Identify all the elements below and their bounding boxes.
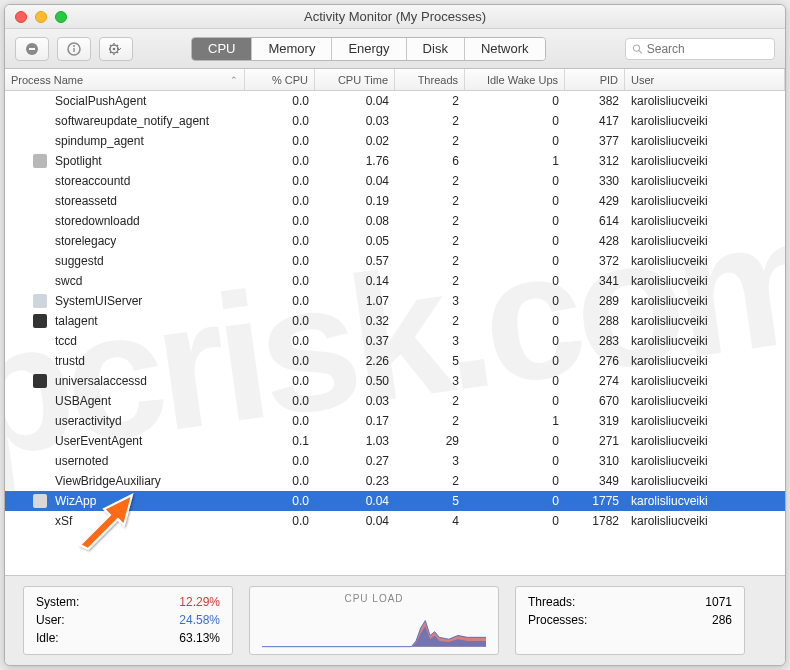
svg-rect-4: [73, 48, 74, 52]
cell-cpu-time: 0.23: [315, 471, 395, 491]
process-name: universalaccessd: [55, 374, 147, 388]
cell-idle: 0: [465, 451, 565, 471]
cell-user: karolisliucveiki: [625, 431, 785, 451]
header-cpu-time[interactable]: CPU Time: [315, 69, 395, 90]
cell-idle: 0: [465, 211, 565, 231]
cell-user: karolisliucveiki: [625, 91, 785, 111]
cell-user: karolisliucveiki: [625, 271, 785, 291]
table-row[interactable]: storedownloadd0.00.0820614karolisliucvei…: [5, 211, 785, 231]
process-name: UserEventAgent: [55, 434, 142, 448]
process-table[interactable]: SocialPushAgent0.00.0420382karolisliucve…: [5, 91, 785, 575]
table-row[interactable]: spindump_agent0.00.0220377karolisliucvei…: [5, 131, 785, 151]
idle-label: Idle:: [36, 629, 59, 647]
cell-pid: 310: [565, 451, 625, 471]
process-icon: [33, 314, 47, 328]
cell-idle: 0: [465, 191, 565, 211]
cell-user: karolisliucveiki: [625, 231, 785, 251]
cell-threads: 2: [395, 131, 465, 151]
table-row[interactable]: useractivityd0.00.1721319karolisliucveik…: [5, 411, 785, 431]
cell-cpu-time: 0.02: [315, 131, 395, 151]
table-row[interactable]: talagent0.00.3220288karolisliucveiki: [5, 311, 785, 331]
cell-threads: 2: [395, 311, 465, 331]
user-value: 24.58%: [179, 611, 220, 629]
cell-user: karolisliucveiki: [625, 471, 785, 491]
header-threads[interactable]: Threads: [395, 69, 465, 90]
cell-pid: 382: [565, 91, 625, 111]
table-row[interactable]: tccd0.00.3730283karolisliucveiki: [5, 331, 785, 351]
cell-user: karolisliucveiki: [625, 371, 785, 391]
titlebar: Activity Monitor (My Processes): [5, 5, 785, 29]
table-row[interactable]: USBAgent0.00.0320670karolisliucveiki: [5, 391, 785, 411]
header-process-name[interactable]: Process Name⌃: [5, 69, 245, 90]
table-row[interactable]: storeaccountd0.00.0420330karolisliucveik…: [5, 171, 785, 191]
cell-idle: 0: [465, 431, 565, 451]
table-row[interactable]: trustd0.02.2650276karolisliucveiki: [5, 351, 785, 371]
process-name: SystemUIServer: [55, 294, 142, 308]
search-field[interactable]: [625, 38, 775, 60]
header-idle-wake-ups[interactable]: Idle Wake Ups: [465, 69, 565, 90]
cell-idle: 0: [465, 91, 565, 111]
cell-cpu-time: 0.03: [315, 111, 395, 131]
options-button[interactable]: [99, 37, 133, 61]
process-icon: [33, 154, 47, 168]
header-user[interactable]: User: [625, 69, 785, 90]
header-pid[interactable]: PID: [565, 69, 625, 90]
cell-cpu-time: 0.14: [315, 271, 395, 291]
cell-idle: 0: [465, 471, 565, 491]
table-row[interactable]: SocialPushAgent0.00.0420382karolisliucve…: [5, 91, 785, 111]
tab-cpu[interactable]: CPU: [192, 38, 252, 60]
table-row[interactable]: storeassetd0.00.1920429karolisliucveiki: [5, 191, 785, 211]
cell-threads: 2: [395, 231, 465, 251]
header-cpu[interactable]: % CPU: [245, 69, 315, 90]
table-row[interactable]: Spotlight0.01.7661312karolisliucveiki: [5, 151, 785, 171]
table-row[interactable]: xSf0.00.04401782karolisliucveiki: [5, 511, 785, 531]
tab-network[interactable]: Network: [465, 38, 545, 60]
cell-pid: 614: [565, 211, 625, 231]
table-row[interactable]: ViewBridgeAuxiliary0.00.2320349karolisli…: [5, 471, 785, 491]
cell-idle: 0: [465, 511, 565, 531]
search-input[interactable]: [647, 42, 768, 56]
cell-threads: 3: [395, 331, 465, 351]
cell-user: karolisliucveiki: [625, 131, 785, 151]
table-row[interactable]: swcd0.00.1420341karolisliucveiki: [5, 271, 785, 291]
cell-threads: 2: [395, 211, 465, 231]
cell-idle: 0: [465, 291, 565, 311]
inspect-process-button[interactable]: [57, 37, 91, 61]
cell-threads: 2: [395, 471, 465, 491]
stop-process-button[interactable]: [15, 37, 49, 61]
cell-threads: 2: [395, 191, 465, 211]
table-row[interactable]: softwareupdate_notify_agent0.00.0320417k…: [5, 111, 785, 131]
table-row[interactable]: SystemUIServer0.01.0730289karolisliucvei…: [5, 291, 785, 311]
cell-pid: 319: [565, 411, 625, 431]
cell-cpu-time: 0.08: [315, 211, 395, 231]
cell-cpu-time: 0.17: [315, 411, 395, 431]
cell-cpu-time: 0.04: [315, 511, 395, 531]
tab-disk[interactable]: Disk: [407, 38, 465, 60]
tab-memory[interactable]: Memory: [252, 38, 332, 60]
tab-energy[interactable]: Energy: [332, 38, 406, 60]
cell-threads: 3: [395, 291, 465, 311]
process-name: tccd: [55, 334, 77, 348]
table-row[interactable]: storelegacy0.00.0520428karolisliucveiki: [5, 231, 785, 251]
process-name: storelegacy: [55, 234, 116, 248]
cell-threads: 2: [395, 91, 465, 111]
table-row[interactable]: UserEventAgent0.11.03290271karolisliucve…: [5, 431, 785, 451]
system-label: System:: [36, 593, 79, 611]
cpu-load-panel: CPU LOAD: [249, 586, 499, 655]
table-row[interactable]: suggestd0.00.5720372karolisliucveiki: [5, 251, 785, 271]
table-row[interactable]: usernoted0.00.2730310karolisliucveiki: [5, 451, 785, 471]
process-name: trustd: [55, 354, 85, 368]
cell-idle: 0: [465, 251, 565, 271]
cell-pid: 288: [565, 311, 625, 331]
cell-cpu: 0.0: [245, 411, 315, 431]
svg-point-6: [113, 47, 116, 50]
table-row[interactable]: universalaccessd0.00.5030274karolisliucv…: [5, 371, 785, 391]
cell-cpu-time: 0.04: [315, 171, 395, 191]
cell-threads: 5: [395, 491, 465, 511]
cell-cpu-time: 0.37: [315, 331, 395, 351]
table-row[interactable]: WizApp0.00.04501775karolisliucveiki: [5, 491, 785, 511]
cell-idle: 0: [465, 491, 565, 511]
cell-user: karolisliucveiki: [625, 171, 785, 191]
cell-threads: 2: [395, 411, 465, 431]
cell-cpu: 0.0: [245, 211, 315, 231]
